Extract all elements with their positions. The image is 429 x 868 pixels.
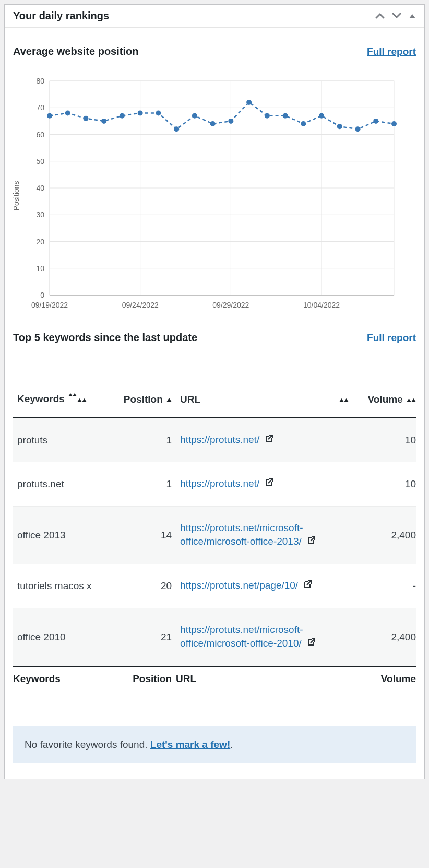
full-report-link[interactable]: Full report [367,46,416,57]
table-row: protuts1https://protuts.net/ 10 [13,418,416,462]
svg-point-40 [265,113,270,119]
svg-point-45 [355,126,361,132]
toggle-panel-icon[interactable] [409,11,416,21]
cell-position: 1 [108,462,176,506]
y-axis-label: Positions [12,181,20,211]
svg-text:09/24/2022: 09/24/2022 [122,301,159,309]
table-row: office 201021https://protuts.net/microso… [13,608,416,666]
svg-point-29 [65,111,70,116]
cell-position: 1 [108,418,176,462]
panel-controls [375,11,416,21]
external-link-icon [264,433,273,448]
svg-point-38 [228,119,233,124]
full-report-link[interactable]: Full report [367,332,416,344]
cell-url: https://protuts.net/ [176,462,352,506]
section-title: Average website position [13,45,138,57]
svg-point-31 [101,119,106,124]
col-header-volume[interactable]: Volume [353,383,416,418]
svg-point-34 [156,111,161,116]
section-average-position: Average website position Full report Pos… [13,45,416,316]
footer-url: URL [176,666,352,691]
keywords-table-wrap: Keywords [13,383,416,691]
position-chart: Positions 0102030405060708009/19/202209/… [13,76,416,316]
svg-point-44 [337,124,342,129]
keyword-url-link[interactable]: https://protuts.net/page/10/ [180,580,298,591]
panel-header: Your daily rankings [5,5,424,28]
cell-volume: 2,400 [353,506,416,564]
header-label: Position [124,394,163,405]
panel-title: Your daily rankings [13,10,375,22]
svg-point-30 [83,116,88,121]
header-label: Keywords [17,393,65,404]
col-header-keywords[interactable]: Keywords [13,383,108,418]
svg-text:09/19/2022: 09/19/2022 [31,301,68,309]
svg-text:70: 70 [36,103,44,112]
sort-asc-icon [166,394,172,405]
svg-point-32 [120,113,125,119]
keyword-url-link[interactable]: https://protuts.net/ [180,478,259,489]
table-row: protuts.net1https://protuts.net/ 10 [13,462,416,506]
svg-point-36 [192,113,197,119]
svg-text:09/29/2022: 09/29/2022 [212,301,249,309]
cell-keyword: office 2010 [13,608,108,666]
panel-body: Average website position Full report Pos… [5,28,424,779]
svg-text:20: 20 [36,238,44,246]
cell-position: 20 [108,564,176,608]
svg-text:40: 40 [36,184,44,192]
section-title: Top 5 keywords since the last update [13,332,197,344]
table-row: tutoriels macos x20https://protuts.net/p… [13,564,416,608]
svg-point-46 [373,119,378,124]
col-header-position[interactable]: Position [108,383,176,418]
col-header-url[interactable]: URL [176,383,352,418]
cell-url: https://protuts.net/microsoft-office/mic… [176,506,352,564]
section-header: Average website position Full report [13,45,416,65]
svg-point-41 [283,113,288,119]
cell-keyword: tutoriels macos x [13,564,108,608]
cell-keyword: protuts [13,418,108,462]
external-link-icon [306,637,316,651]
expand-down-icon[interactable] [392,11,401,21]
svg-text:10/04/2022: 10/04/2022 [303,301,340,309]
cell-volume: 10 [353,462,416,506]
header-label: Volume [368,394,403,405]
no-favorites-notice: No favorite keywords found. Let's mark a… [13,726,416,763]
footer-position: Position [108,666,176,691]
external-link-icon [306,535,316,549]
cell-url: https://protuts.net/page/10/ [176,564,352,608]
table-row: office 201314https://protuts.net/microso… [13,506,416,564]
cell-keyword: office 2013 [13,506,108,564]
cell-keyword: protuts.net [13,462,108,506]
header-label: URL [180,394,200,405]
sort-both-icon [77,394,87,405]
keyword-url-link[interactable]: https://protuts.net/microsoft-office/mic… [180,522,303,547]
sort-both-icon [339,394,349,405]
keyword-url-link[interactable]: https://protuts.net/ [180,434,259,445]
cell-url: https://protuts.net/ [176,418,352,462]
svg-text:60: 60 [36,131,44,139]
line-chart-svg: 0102030405060708009/19/202209/24/202209/… [13,76,399,316]
sort-both-icon [407,394,416,405]
svg-text:30: 30 [36,210,44,219]
svg-point-43 [319,113,324,119]
sort-icon [68,388,77,411]
footer-volume: Volume [353,666,416,691]
svg-point-28 [47,113,52,119]
mark-favorites-link[interactable]: Let's mark a few! [150,739,230,750]
svg-point-33 [138,111,143,116]
external-link-icon [303,579,312,593]
external-link-icon [264,477,273,491]
keyword-url-link[interactable]: https://protuts.net/microsoft-office/mic… [180,624,303,649]
svg-point-42 [301,121,306,126]
svg-point-35 [174,126,179,132]
collapse-up-icon[interactable] [375,11,385,21]
rankings-panel: Your daily rankings Average website posi… [4,4,425,779]
cell-volume: 10 [353,418,416,462]
svg-text:0: 0 [40,291,44,299]
cell-volume: - [353,564,416,608]
cell-position: 21 [108,608,176,666]
cell-url: https://protuts.net/microsoft-office/mic… [176,608,352,666]
svg-point-47 [391,121,397,126]
svg-text:80: 80 [36,77,44,85]
svg-text:10: 10 [36,264,44,273]
notice-text: No favorite keywords found. [25,739,150,750]
